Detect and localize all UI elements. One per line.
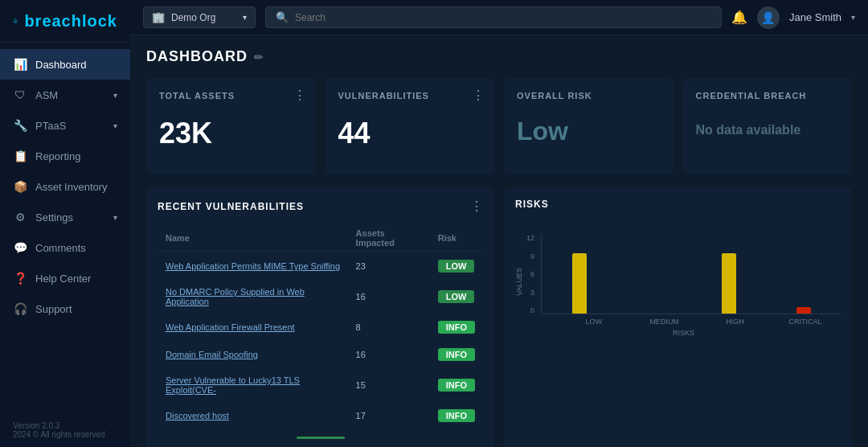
risk-badge: INFO <box>438 321 475 334</box>
sidebar-item-support[interactable]: 🎧 Support <box>0 293 130 324</box>
table-row: Web Application Firewall Present 8 INFO <box>159 314 481 340</box>
vulnerabilities-menu-icon[interactable]: ⋮ <box>472 88 485 103</box>
sidebar-item-help-center[interactable]: ❓ Help Center <box>0 263 130 293</box>
vuln-assets: 15 <box>350 369 430 401</box>
chart-y-axis: 12 9 6 3 0 <box>526 234 541 314</box>
topbar-right: 🔔 👤 Jane Smith ▾ <box>731 6 855 29</box>
vuln-panel-title: RECENT VULNERABILITIES <box>158 201 304 212</box>
org-selector[interactable]: 🏢 Demo Org ▾ <box>143 6 256 28</box>
vuln-assets: 16 <box>350 281 430 313</box>
building-icon: 🏢 <box>152 11 165 23</box>
vuln-risk: LOW <box>432 281 481 313</box>
edit-icon[interactable]: ✏ <box>254 51 264 64</box>
total-assets-label: TOTAL ASSETS <box>159 91 303 100</box>
overall-risk-label: OVERALL RISK <box>517 91 661 100</box>
vuln-name: Web Application Permits MIME Type Sniffi… <box>159 253 348 279</box>
scroll-indicator <box>297 437 345 439</box>
vulnerabilities-card: VULNERABILITIES ⋮ 44 <box>326 78 495 174</box>
sidebar-item-settings[interactable]: ⚙ Settings ▾ <box>0 202 130 232</box>
bars-area <box>541 234 841 314</box>
col-name: Name <box>159 225 348 252</box>
sidebar-item-asset-inventory[interactable]: 📦 Asset Inventory <box>0 171 130 202</box>
avatar: 👤 <box>757 6 780 29</box>
x-label-low: LOW <box>559 318 629 326</box>
sidebar-item-label: ASM <box>35 89 105 101</box>
vuln-name: Server Vulnerable to Lucky13 TLS Exploit… <box>159 369 348 401</box>
version-text: Version 2.0.3 <box>13 421 117 430</box>
vuln-risk: LOW <box>432 253 481 279</box>
copyright-text: 2024 © All rights reserved <box>13 430 117 439</box>
table-row: Domain Email Spoofing 16 INFO <box>159 342 481 367</box>
total-assets-value: 23K <box>159 117 303 150</box>
vuln-panel-menu-icon[interactable]: ⋮ <box>470 199 483 214</box>
sidebar-item-label: PTaaS <box>35 120 105 132</box>
risks-panel-title: RISKS <box>515 199 549 210</box>
search-input[interactable] <box>295 12 711 23</box>
risks-panel: RISKS VALUES 12 9 6 3 0 <box>504 187 852 447</box>
col-assets-impacted: Assets Impacted <box>350 225 430 252</box>
table-row: Server Vulnerable to Lucky13 TLS Exploit… <box>159 369 481 401</box>
x-labels: LOW MEDIUM HIGH CRITICAL <box>526 318 841 326</box>
chevron-icon: ▾ <box>113 121 117 130</box>
y-axis-label: VALUES <box>515 268 523 296</box>
sidebar-item-label: Reporting <box>35 150 117 162</box>
page-title: DASHBOARD <box>146 48 248 65</box>
sidebar-item-label: Asset Inventory <box>35 181 117 193</box>
total-assets-card: TOTAL ASSETS ⋮ 23K <box>146 78 316 174</box>
table-row: No DMARC Policy Supplied in Web Applicat… <box>159 281 481 313</box>
risk-badge: INFO <box>438 379 475 392</box>
support-icon: 🎧 <box>13 301 27 316</box>
risks-panel-header: RISKS <box>515 199 841 210</box>
logo: breachlock <box>0 0 130 43</box>
total-assets-menu-icon[interactable]: ⋮ <box>293 88 306 103</box>
sidebar-item-dashboard[interactable]: 📊 Dashboard <box>0 49 130 80</box>
sidebar-item-ptaas[interactable]: 🔧 PTaaS ▾ <box>0 110 130 141</box>
x-label-high: HIGH <box>700 318 771 326</box>
vuln-assets: 23 <box>350 253 430 279</box>
user-menu-chevron-icon[interactable]: ▾ <box>851 13 855 22</box>
vuln-risk: INFO <box>432 369 481 401</box>
sidebar-item-asm[interactable]: 🛡 ASM ▾ <box>0 80 130 110</box>
vuln-risk: INFO <box>432 314 481 340</box>
table-row: Web Application Permits MIME Type Sniffi… <box>159 253 481 279</box>
notification-icon[interactable]: 🔔 <box>731 10 747 25</box>
settings-icon: ⚙ <box>13 210 27 224</box>
panel-header: RECENT VULNERABILITIES ⋮ <box>158 199 483 214</box>
vulnerabilities-value: 44 <box>338 117 482 150</box>
topbar: 🏢 Demo Org ▾ 🔍 🔔 👤 Jane Smith ▾ <box>130 0 868 35</box>
sidebar-item-reporting[interactable]: 📋 Reporting <box>0 141 130 171</box>
bar-low <box>550 253 608 314</box>
sidebar-item-label: Comments <box>35 242 117 254</box>
vuln-name: Discovered host <box>159 403 348 429</box>
avatar-icon: 👤 <box>761 11 775 24</box>
overall-risk-card: OVERALL RISK Low <box>504 78 674 174</box>
credential-breach-value: No data available <box>696 123 840 137</box>
bar-critical-fill <box>796 307 811 314</box>
vuln-name: Web Application Firewall Present <box>159 314 348 340</box>
bottom-row: RECENT VULNERABILITIES ⋮ Name Assets Imp… <box>146 187 852 447</box>
comments-icon: 💬 <box>13 240 27 255</box>
chevron-down-icon: ▾ <box>243 13 247 22</box>
credential-breach-card: CREDENTIAL BREACH No data available <box>683 78 853 174</box>
x-label-critical: CRITICAL <box>770 318 841 326</box>
svg-point-1 <box>15 22 16 23</box>
vuln-risk: INFO <box>432 342 481 367</box>
x-axis-label: RISKS <box>526 329 841 337</box>
bar-high <box>699 253 758 314</box>
dashboard-title: DASHBOARD ✏ <box>146 48 852 65</box>
col-risk: Risk <box>432 225 481 252</box>
sidebar-item-comments[interactable]: 💬 Comments <box>0 232 130 263</box>
sidebar: breachlock 📊 Dashboard 🛡 ASM ▾ 🔧 PTaaS ▾… <box>0 0 130 447</box>
risks-chart: VALUES 12 9 6 3 0 <box>515 219 841 343</box>
x-label-medium: MEDIUM <box>629 318 700 326</box>
risk-badge: LOW <box>438 260 475 273</box>
recent-vulnerabilities-panel: RECENT VULNERABILITIES ⋮ Name Assets Imp… <box>146 187 494 447</box>
ptaas-icon: 🔧 <box>13 118 27 133</box>
vuln-name: Domain Email Spoofing <box>159 342 348 367</box>
search-bar[interactable]: 🔍 <box>265 6 722 28</box>
vulnerabilities-label: VULNERABILITIES <box>338 91 482 100</box>
sidebar-item-label: Support <box>35 303 117 315</box>
bar-low-fill <box>572 253 587 314</box>
sidebar-item-label: Help Center <box>35 273 117 285</box>
sidebar-footer: Version 2.0.3 2024 © All rights reserved <box>0 413 130 447</box>
